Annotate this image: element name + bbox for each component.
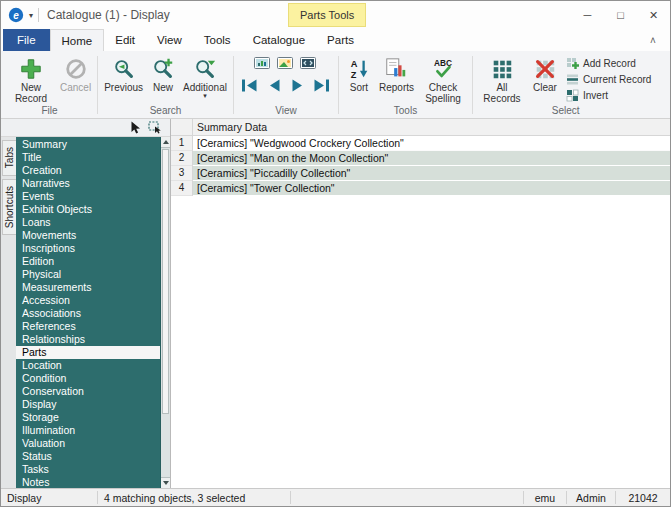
tab-view[interactable]: View [146,29,193,51]
last-record-icon [313,79,330,92]
search-additional-icon [193,55,217,82]
sidebar-item-storage[interactable]: Storage [16,411,160,424]
sidebar-item-condition[interactable]: Condition [16,372,160,385]
sidebar-item-accession[interactable]: Accession [16,294,160,307]
select-clear-button[interactable]: Clear [528,53,562,93]
check-spelling-button[interactable]: ABC Check Spelling [417,53,469,104]
row-number: 2 [171,151,193,166]
first-record-button[interactable] [240,77,260,93]
sidebar-item-notes[interactable]: Notes [16,476,160,488]
ribbon-group-select: All Records Clear [474,52,657,118]
status-selection-summary: 4 matching objects, 3 selected [98,489,290,506]
tab-edit[interactable]: Edit [104,29,146,51]
search-additional-button[interactable]: Additional ▾ [180,53,230,99]
vertical-tab-tabs[interactable]: Tabs [2,140,16,175]
cancel-icon [64,55,88,82]
minimize-button[interactable]: ─ [571,1,604,29]
sidebar-item-edition[interactable]: Edition [16,255,160,268]
new-record-button[interactable]: New Record [5,53,57,104]
sidebar-item-location[interactable]: Location [16,359,160,372]
select-add-record-button[interactable]: Add Record [564,56,653,71]
status-bar: Display 4 matching objects, 3 selected e… [1,488,670,506]
sidebar-tab-list: Summary Title Creation Narratives Events… [16,137,160,488]
search-new-button[interactable]: New [146,53,180,93]
contextual-tab-parts-tools: Parts Tools [288,3,366,27]
summary-data-column-header[interactable]: Summary Data [193,119,670,135]
ribbon-separator [233,56,234,114]
previous-record-button[interactable] [264,77,284,93]
cancel-button[interactable]: Cancel [57,53,94,93]
view-details-button[interactable] [299,55,319,72]
view-media-icon [277,57,294,70]
last-record-button[interactable] [312,77,332,93]
sidebar-item-associations[interactable]: Associations [16,307,160,320]
vertical-tab-shortcuts[interactable]: Shortcuts [2,179,16,235]
sort-button[interactable]: A Z Sort [342,53,376,93]
content-area: Tabs Shortcuts Summary Title Creation Na… [1,119,670,488]
vertical-tab-strip: Tabs Shortcuts [1,137,16,488]
scroll-up-icon[interactable] [161,137,170,148]
table-row[interactable]: 1 [Ceramics] "Wedgwood Crockery Collecti… [171,136,670,151]
pointer-tool-icon[interactable] [129,121,141,134]
select-range-tool-icon[interactable] [148,121,162,134]
scrollbar-thumb[interactable] [162,149,169,414]
reports-button[interactable]: Reports [376,53,417,93]
additional-dropdown-caret-icon: ▾ [203,93,207,99]
sidebar-item-creation[interactable]: Creation [16,164,160,177]
scroll-down-icon[interactable] [161,477,170,488]
row-summary-text: [Ceramics] "Man on the Moon Collection" [193,151,670,166]
view-media-button[interactable] [276,55,296,72]
quick-access-caret-icon[interactable]: ▾ [29,11,33,20]
sidebar-item-tasks[interactable]: Tasks [16,463,160,476]
sidebar-item-valuation[interactable]: Valuation [16,437,160,450]
table-row[interactable]: 3 [Ceramics] "Piccadilly Collection" [171,166,670,181]
tab-parts[interactable]: Parts [316,29,365,51]
row-number: 4 [171,181,193,196]
maximize-button[interactable]: □ [604,1,637,29]
sidebar-item-illumination[interactable]: Illumination [16,424,160,437]
sidebar-item-title[interactable]: Title [16,151,160,164]
ribbon-group-tools: A Z Sort [340,52,471,118]
status-database: emu [524,489,566,506]
tab-tools[interactable]: Tools [193,29,242,51]
select-invert-button[interactable]: Invert [564,88,653,103]
table-row[interactable]: 4 [Ceramics] "Tower Collection" [171,181,670,196]
tab-catalogue[interactable]: Catalogue [242,29,316,51]
sidebar-item-physical[interactable]: Physical [16,268,160,281]
sidebar-item-events[interactable]: Events [16,190,160,203]
sidebar-item-references[interactable]: References [16,320,160,333]
sidebar-item-movements[interactable]: Movements [16,229,160,242]
sort-icon: A Z [347,55,371,82]
status-user: Admin [567,489,615,506]
view-summary-button[interactable] [253,55,273,72]
sidebar-item-narratives[interactable]: Narratives [16,177,160,190]
search-previous-button[interactable]: Previous [101,53,146,93]
sidebar-item-summary[interactable]: Summary [16,138,160,151]
sidebar-item-conservation[interactable]: Conservation [16,385,160,398]
sidebar-item-exhibit-objects[interactable]: Exhibit Objects [16,203,160,216]
row-summary-text: [Ceramics] "Piccadilly Collection" [193,166,670,181]
sidebar-item-relationships[interactable]: Relationships [16,333,160,346]
ribbon-group-file: New Record Cancel File [3,52,96,118]
ribbon: New Record Cancel File [1,51,670,119]
ribbon-group-label: View [237,104,335,118]
tab-home[interactable]: Home [50,29,105,51]
tab-file[interactable]: File [3,29,50,51]
sidebar-scrollbar[interactable] [160,137,170,488]
select-current-record-button[interactable]: Current Record [564,72,653,87]
table-row[interactable]: 2 [Ceramics] "Man on the Moon Collection… [171,151,670,166]
sidebar-item-parts[interactable]: Parts [16,346,160,359]
sidebar-item-display[interactable]: Display [16,398,160,411]
ribbon-collapse-icon[interactable]: ˄ [644,33,662,48]
sidebar-item-inscriptions[interactable]: Inscriptions [16,242,160,255]
sidebar: Summary Title Creation Narratives Events… [16,137,170,488]
next-record-button[interactable] [288,77,308,93]
ribbon-separator [97,56,98,114]
title-bar: e ▾ Catalogue (1) - Display Parts Tools … [1,1,670,29]
close-button[interactable]: ✕ [637,1,670,29]
sidebar-item-status[interactable]: Status [16,450,160,463]
select-all-records-button[interactable]: All Records [476,53,528,104]
sidebar-item-loans[interactable]: Loans [16,216,160,229]
sidebar-item-measurements[interactable]: Measurements [16,281,160,294]
new-record-icon [19,55,43,82]
